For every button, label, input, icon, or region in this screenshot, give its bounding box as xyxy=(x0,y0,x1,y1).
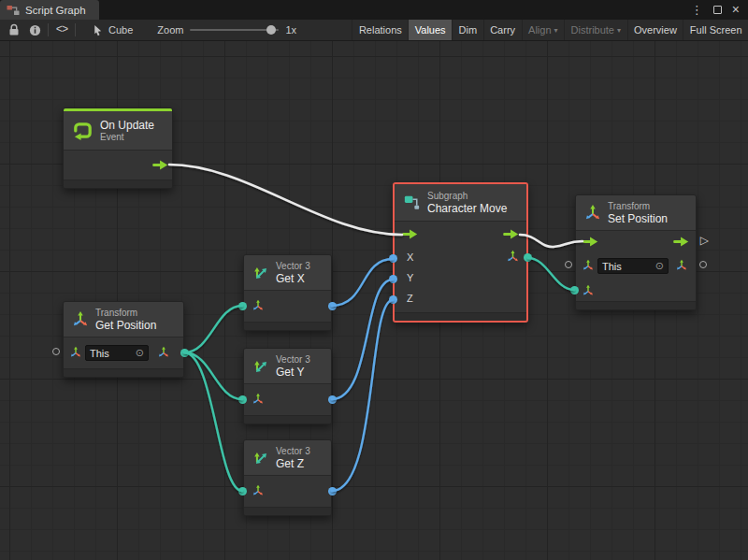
event-accent-bar xyxy=(64,108,172,111)
dim-button[interactable]: Dim xyxy=(452,20,483,40)
node-set-position[interactable]: Transform Set Position ▷ This ⊙ xyxy=(575,194,697,310)
flow-input-port[interactable] xyxy=(583,237,598,247)
script-graph-icon xyxy=(7,5,20,16)
flow-output-port[interactable] xyxy=(503,229,519,239)
node-subtitle: Vector 3 xyxy=(276,446,310,457)
node-header[interactable]: Vector 3 Get X xyxy=(244,255,331,291)
node-title: Get Z xyxy=(276,457,310,470)
flow-output-unconnected-port[interactable]: ▷ xyxy=(700,235,709,247)
node-subtitle: Subgraph xyxy=(427,191,507,202)
node-get-x[interactable]: Vector 3 Get X xyxy=(243,254,332,331)
carry-button[interactable]: Carry xyxy=(483,20,522,40)
vector-value-icon xyxy=(252,299,265,312)
port-vector-input[interactable] xyxy=(238,395,247,404)
zoom-label: Zoom xyxy=(157,24,183,36)
vector3-icon xyxy=(252,264,270,282)
wire-gety-to-input-y[interactable] xyxy=(332,280,393,399)
kebab-menu-icon[interactable]: ⋮ xyxy=(691,4,703,16)
port-value-input[interactable] xyxy=(570,286,579,294)
this-field[interactable]: This ⊙ xyxy=(85,345,149,361)
toolbar-buttons: Relations Values Dim Carry Align▾ Distri… xyxy=(352,20,748,40)
maximize-icon[interactable] xyxy=(713,6,722,14)
node-footer xyxy=(244,415,331,424)
port-y-input[interactable] xyxy=(389,275,397,283)
transform-axis-icon xyxy=(582,259,595,272)
zoom-slider[interactable] xyxy=(190,23,279,36)
values-button[interactable]: Values xyxy=(408,20,452,40)
graph-toolbar: <> Cube Zoom 1x Relations Values Dim Car… xyxy=(0,20,748,41)
vector-output-icon xyxy=(506,250,520,264)
flow-output-port[interactable] xyxy=(673,237,689,247)
port-z-input[interactable] xyxy=(389,295,397,304)
port-vector-output[interactable] xyxy=(524,253,532,262)
code-view-icon[interactable]: <> xyxy=(51,20,72,40)
dropdown-arrow-icon: ▾ xyxy=(617,27,621,35)
port-vector-input[interactable] xyxy=(238,487,247,495)
node-title: Set Position xyxy=(608,212,668,225)
distribute-button[interactable]: Distribute▾ xyxy=(564,20,626,40)
cursor-pointer-icon xyxy=(92,24,104,36)
node-footer xyxy=(64,179,172,188)
wire-getposition-to-getz[interactable] xyxy=(184,352,242,491)
vector-output-icon xyxy=(157,346,170,359)
transform-output-port[interactable] xyxy=(699,261,707,268)
relations-button[interactable]: Relations xyxy=(352,20,408,40)
node-header[interactable]: Subgraph Character Move xyxy=(395,184,526,222)
flow-input-port[interactable] xyxy=(402,229,418,239)
input-z-label: Z xyxy=(407,293,413,305)
zoom-slider-handle[interactable] xyxy=(266,25,276,35)
object-picker-icon[interactable]: ⊙ xyxy=(655,261,664,271)
node-subtitle: Vector 3 xyxy=(276,261,310,272)
wire-onupdate-to-charactermove[interactable] xyxy=(169,165,402,235)
wire-getposition-to-gety[interactable] xyxy=(184,352,242,399)
node-footer xyxy=(576,301,696,309)
object-picker-icon[interactable]: ⊙ xyxy=(136,348,144,358)
target-object-label: Cube xyxy=(108,24,133,36)
wire-charactermove-to-setposition[interactable] xyxy=(520,235,583,247)
overview-button[interactable]: Overview xyxy=(627,20,683,40)
toolbar-separator xyxy=(48,23,49,36)
vector-value-icon xyxy=(252,484,265,497)
node-get-z[interactable]: Vector 3 Get Z xyxy=(243,439,332,516)
node-header[interactable]: On Update Event xyxy=(64,111,172,151)
node-header[interactable]: Transform Set Position xyxy=(576,195,696,231)
node-title: Get Position xyxy=(95,319,156,332)
target-object[interactable]: Cube xyxy=(92,24,133,36)
port-vector-input[interactable] xyxy=(238,302,247,310)
wire-getz-to-input-z[interactable] xyxy=(332,300,393,491)
wire-getx-to-input-x[interactable] xyxy=(332,259,393,306)
node-header[interactable]: Vector 3 Get Z xyxy=(244,440,331,476)
close-icon[interactable]: × xyxy=(732,4,740,16)
lock-icon[interactable] xyxy=(4,20,24,40)
node-header[interactable]: Transform Get Position xyxy=(64,302,183,337)
transform-icon xyxy=(583,204,602,223)
dropdown-arrow-icon: ▾ xyxy=(554,27,558,35)
node-subtitle: Vector 3 xyxy=(276,354,310,366)
wire-getposition-to-getx[interactable] xyxy=(184,306,242,352)
fullscreen-button[interactable]: Full Screen xyxy=(683,20,748,40)
this-field[interactable]: This ⊙ xyxy=(597,258,669,274)
flow-output-port[interactable] xyxy=(152,160,168,170)
node-header[interactable]: Vector 3 Get Y xyxy=(244,349,331,384)
port-vector-output[interactable] xyxy=(180,349,189,357)
event-loop-icon xyxy=(71,119,94,142)
node-subtitle: Transform xyxy=(95,308,156,319)
node-on-update[interactable]: On Update Event xyxy=(63,108,173,189)
align-button[interactable]: Align▾ xyxy=(522,20,564,40)
info-icon[interactable] xyxy=(24,20,45,40)
node-subtitle: Event xyxy=(100,132,154,143)
port-value-output[interactable] xyxy=(328,395,337,404)
tab-script-graph[interactable]: Script Graph xyxy=(0,0,99,20)
subgraph-icon xyxy=(402,193,422,212)
port-value-output[interactable] xyxy=(328,302,337,310)
node-get-y[interactable]: Vector 3 Get Y xyxy=(243,348,332,424)
graph-canvas[interactable]: On Update Event Subgraph Character Move … xyxy=(0,41,748,560)
this-input-port[interactable] xyxy=(52,348,60,355)
vector3-icon xyxy=(252,449,270,467)
this-input-port[interactable] xyxy=(565,261,572,268)
node-character-move[interactable]: Subgraph Character Move X Y Z xyxy=(393,182,528,323)
port-x-input[interactable] xyxy=(389,254,397,263)
port-value-output[interactable] xyxy=(328,487,337,495)
node-get-position[interactable]: Transform Get Position This ⊙ xyxy=(63,301,184,378)
zoom-slider-track xyxy=(190,29,279,31)
